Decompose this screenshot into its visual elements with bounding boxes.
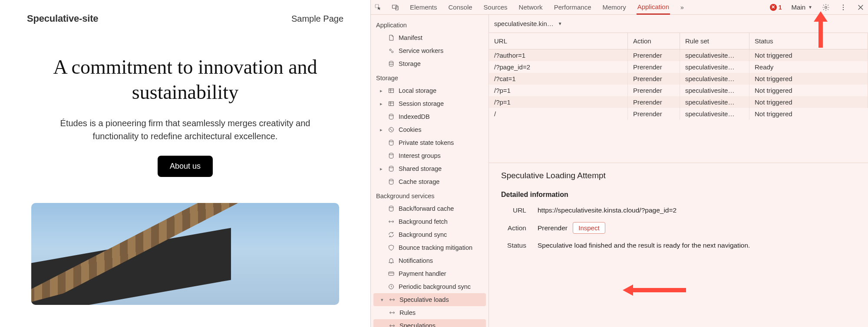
svg-rect-11 [389, 101, 394, 105]
tab-network[interactable]: Network [518, 0, 544, 14]
table-cell[interactable]: /?p=1 [489, 96, 628, 108]
col-url[interactable]: URL [489, 33, 628, 49]
origin-selector-value[interactable]: speculativesite.kin… [494, 20, 554, 27]
sidebar-group-background-services: Background services [371, 188, 488, 202]
table-cell[interactable]: /?p=1 [489, 85, 628, 96]
table-cell[interactable]: Not triggered [749, 96, 868, 108]
sidebar-item-manifest[interactable]: Manifest [371, 31, 488, 44]
sidebar-item-label: Shared storage [399, 164, 442, 173]
nav-sample-page[interactable]: Sample Page [291, 14, 343, 24]
sidebar-item-cookies[interactable]: ▸Cookies [371, 123, 488, 136]
svg-point-13 [389, 128, 394, 132]
tab-sources[interactable]: Sources [483, 0, 508, 14]
clock-icon [387, 283, 395, 291]
table-cell[interactable]: Not triggered [749, 108, 868, 120]
inspect-button[interactable]: Inspect [573, 222, 605, 234]
sidebar-item-bg-fetch[interactable]: Background fetch [371, 215, 488, 228]
table-cell[interactable]: Prerender [628, 61, 680, 73]
table-cell[interactable]: Not triggered [749, 73, 868, 85]
svg-point-19 [389, 179, 393, 181]
col-status[interactable]: Status [749, 33, 868, 49]
chevron-down-icon[interactable]: ▼ [558, 21, 562, 26]
table-cell[interactable]: Ready [749, 61, 868, 73]
table-cell[interactable]: /?cat=1 [489, 73, 628, 85]
table-icon [387, 87, 395, 95]
sidebar-item-indexeddb[interactable]: IndexedDB [371, 110, 488, 123]
sidebar-item-service-workers[interactable]: Service workers [371, 44, 488, 57]
sidebar-item-session-storage[interactable]: ▸Session storage [371, 97, 488, 110]
col-ruleset[interactable]: Rule set [680, 33, 749, 49]
cookie-icon [387, 126, 395, 134]
close-devtools-icon[interactable] [857, 3, 865, 11]
table-cell[interactable]: speculativesite… [680, 61, 749, 73]
sidebar-item-bg-sync[interactable]: Background sync [371, 228, 488, 241]
table-cell[interactable]: Prerender [628, 49, 680, 61]
table-cell[interactable]: / [489, 108, 628, 120]
chevron-down-icon: ▼ [808, 5, 812, 10]
tabs-overflow[interactable]: » [680, 1, 685, 14]
tab-memory[interactable]: Memory [602, 0, 627, 14]
sidebar-item-label: Session storage [399, 99, 444, 108]
sidebar-item-shared-storage[interactable]: ▸Shared storage [371, 162, 488, 175]
inspect-element-icon[interactable] [374, 3, 382, 11]
tab-performance[interactable]: Performance [553, 0, 592, 14]
sidebar-group-storage: Storage [371, 70, 488, 84]
database-icon [387, 139, 395, 147]
table-cell[interactable]: Prerender [628, 108, 680, 120]
sidebar-item-rules[interactable]: Rules [371, 306, 488, 319]
sidebar-item-private-tokens[interactable]: Private state tokens [371, 136, 488, 149]
error-count[interactable]: ✕ 1 [770, 4, 782, 11]
sidebar-item-notifications[interactable]: Notifications [371, 254, 488, 267]
table-cell[interactable]: Not triggered [749, 49, 868, 61]
database-icon [387, 60, 395, 68]
sidebar-item-bf-cache[interactable]: Back/forward cache [371, 202, 488, 215]
device-toolbar-icon[interactable] [392, 3, 399, 11]
sidebar-item-local-storage[interactable]: ▸Local storage [371, 84, 488, 97]
table-cell[interactable]: Prerender [628, 85, 680, 96]
sidebar-item-speculations[interactable]: Speculations [373, 319, 486, 327]
devtools-pane: Elements Console Sources Network Perform… [370, 0, 868, 327]
sidebar-item-payment-handler[interactable]: Payment handler [371, 267, 488, 280]
table-cell[interactable]: speculativesite… [680, 96, 749, 108]
table-cell[interactable]: speculativesite… [680, 73, 749, 85]
sidebar-item-cache-storage[interactable]: Cache storage [371, 175, 488, 188]
database-icon [387, 178, 395, 186]
sidebar-item-label: Rules [399, 308, 416, 317]
kebab-menu-icon[interactable] [839, 3, 847, 11]
tab-elements[interactable]: Elements [409, 0, 438, 14]
sidebar-item-label: Background fetch [399, 217, 448, 226]
site-brand[interactable]: Speculative-site [27, 13, 98, 24]
sidebar-item-label: Background sync [399, 230, 447, 239]
sidebar-item-bounce-tracking[interactable]: Bounce tracking mitigation [371, 241, 488, 254]
table-cell[interactable]: speculativesite… [680, 49, 749, 61]
tab-application[interactable]: Application [637, 0, 670, 15]
table-cell[interactable]: /?author=1 [489, 49, 628, 61]
sidebar-item-interest-groups[interactable]: Interest groups [371, 149, 488, 162]
table-cell[interactable]: speculativesite… [680, 85, 749, 96]
website-pane: Speculative-site Sample Page A commitmen… [0, 0, 370, 327]
sidebar-item-label: Payment handler [399, 269, 446, 278]
table-cell[interactable]: Prerender [628, 96, 680, 108]
table-cell[interactable]: Not triggered [749, 85, 868, 96]
frame-selector[interactable]: Main ▼ [792, 3, 812, 11]
about-us-button[interactable]: About us [158, 156, 213, 177]
sidebar-item-storage[interactable]: Storage [371, 57, 488, 70]
tab-console[interactable]: Console [448, 0, 473, 14]
svg-point-18 [389, 166, 393, 168]
table-cell[interactable]: speculativesite… [680, 108, 749, 120]
col-action[interactable]: Action [628, 33, 680, 49]
sidebar-item-label: Storage [399, 59, 421, 69]
sidebar-item-periodic-sync[interactable]: Periodic background sync [371, 280, 488, 293]
svg-point-6 [843, 9, 844, 10]
table-cell[interactable]: /?page_id=2 [489, 61, 628, 73]
sidebar-item-label: Notifications [399, 256, 433, 265]
card-icon [387, 270, 395, 278]
speculations-table: URL Action Rule set Status /?author=1Pre… [489, 33, 868, 120]
sidebar-item-speculative-loads[interactable]: ▾Speculative loads [373, 293, 486, 306]
bell-icon [387, 257, 395, 265]
detail-url-label: URL [501, 206, 526, 214]
sidebar-item-label: Speculations [399, 321, 436, 327]
table-cell[interactable]: Prerender [628, 73, 680, 85]
settings-gear-icon[interactable] [822, 3, 830, 11]
database-icon [387, 165, 395, 173]
